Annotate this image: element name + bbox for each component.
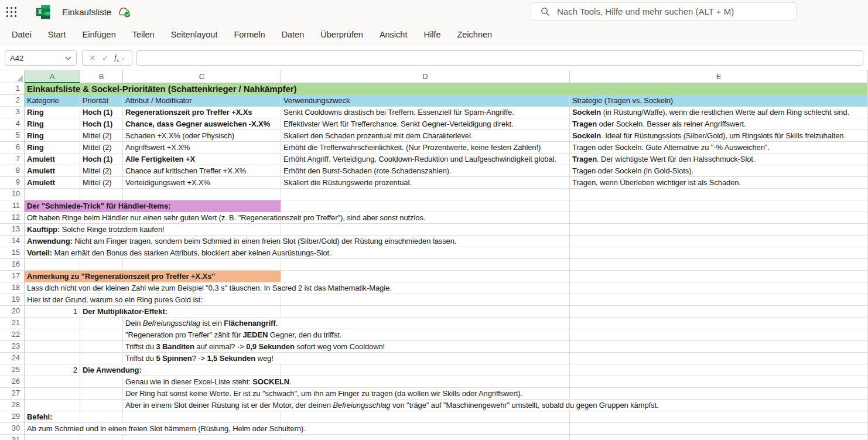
cell-A16[interactable] [25,259,80,271]
app-launcher-icon[interactable] [0,0,22,23]
cell-B7[interactable]: Hoch (1) [80,154,123,165]
cell-C28[interactable]: Aber in einem Slot deiner Rüstung ist er… [123,400,868,411]
cell-A18[interactable]: Lass dich nicht von der kleinen Zahl wie… [25,282,570,294]
row-header-18[interactable]: 18 [0,282,25,294]
row-header-7[interactable]: 7 [0,154,25,165]
cell-E29[interactable] [570,411,868,423]
cell-D16[interactable] [281,259,570,271]
cell-A31[interactable] [25,435,80,440]
row-header-22[interactable]: 22 [0,329,25,341]
row-header-20[interactable]: 20 [0,306,25,318]
cell-D4[interactable]: Effektivster Wert für Trefferchance. Sen… [281,118,570,130]
cell-B25[interactable]: Die Anwendung: [80,364,281,376]
cell-B28[interactable] [80,400,123,411]
cell-D19[interactable] [281,294,570,306]
cell-E13[interactable] [570,224,868,236]
cell-E6[interactable]: Tragen oder Sockeln. Gute Alternative zu… [570,142,868,154]
menu-item-uberprufen[interactable]: Überprüfen [320,30,363,39]
insert-function-button[interactable]: fx⌄ [114,53,125,63]
cell-E19[interactable] [570,294,868,306]
cell-A10[interactable] [25,189,80,200]
excel-logo-icon[interactable]: X [35,4,52,20]
row-header-28[interactable]: 28 [0,400,25,411]
cell-A21[interactable] [25,318,80,329]
search-box[interactable]: Nach Tools, Hilfe und mehr suchen (ALT +… [531,2,797,21]
cell-B22[interactable] [80,329,123,341]
cell-B27[interactable] [80,388,123,400]
column-header-d[interactable]: D [281,70,570,83]
cell-D8[interactable]: Erhöht den Burst-Schaden (rote Schadensz… [281,165,570,177]
cell-D31[interactable] [281,435,570,440]
cell-A2[interactable]: Kategorie [25,95,80,107]
cell-B29[interactable] [80,411,123,423]
menu-item-einfugen[interactable]: Einfügen [82,30,115,39]
cell-E8[interactable]: Tragen oder Sockeln (in Gold-Slots). [570,165,868,177]
cell-A19[interactable]: Hier ist der Grund, warum so ein Ring pu… [25,294,281,306]
cell-D20[interactable] [281,306,570,318]
cloud-saved-icon[interactable] [117,5,131,18]
cell-A20[interactable]: 1 [25,306,80,318]
row-header-3[interactable]: 3 [0,107,25,118]
row-header-25[interactable]: 25 [0,364,25,376]
cell-C22[interactable]: "Regeneration pro Treffer" zählt für JED… [123,329,570,341]
cell-C10[interactable] [123,189,281,200]
cell-C6[interactable]: Angriffswert +X.X% [123,142,281,154]
cell-D11[interactable] [281,200,570,212]
cell-C16[interactable] [123,259,281,271]
cell-A26[interactable] [25,376,80,388]
cell-B21[interactable] [80,318,123,329]
cell-A3[interactable]: Ring [25,107,80,118]
row-header-14[interactable]: 14 [0,236,25,247]
cell-C24[interactable]: Triffst du 5 Spinnen? -> 1,5 Sekunden we… [123,353,570,364]
cell-A6[interactable]: Ring [25,142,80,154]
cell-B5[interactable]: Mittel (2) [80,130,123,142]
cell-A1[interactable]: Einkaufsliste & Sockel-Prioritäten (Scha… [25,83,868,95]
cell-B24[interactable] [80,353,123,364]
cell-D9[interactable]: Skaliert die Rüstungswerte prozentual. [281,177,570,189]
cell-A5[interactable]: Ring [25,130,80,142]
cell-B4[interactable]: Hoch (1) [80,118,123,130]
menu-item-daten[interactable]: Daten [282,30,305,39]
cell-B16[interactable] [80,259,123,271]
row-header-8[interactable]: 8 [0,165,25,177]
row-header-26[interactable]: 26 [0,376,25,388]
cell-C8[interactable]: Chance auf kritischen Treffer +X.X% [123,165,281,177]
cell-D17[interactable] [281,271,570,282]
confirm-entry-button[interactable]: ✓ [102,53,109,63]
cell-E2[interactable]: Strategie (Tragen vs. Sockeln) [570,95,868,107]
cell-E26[interactable] [570,376,868,388]
cell-E21[interactable] [570,318,868,329]
cell-C21[interactable]: Dein Befreiungsschlag ist ein Flächenang… [123,318,570,329]
cell-E9[interactable]: Tragen, wenn Überleben wichtiger ist als… [570,177,868,189]
row-header-13[interactable]: 13 [0,224,25,236]
column-header-e[interactable]: E [570,70,868,83]
cell-E3[interactable]: Sockeln (in Rüstung/Waffe), wenn die res… [570,107,868,118]
cell-C23[interactable]: Triffst du 3 Banditen auf einmal? -> 0,9… [123,341,570,353]
select-all-corner[interactable] [0,70,25,83]
cell-A11[interactable]: Der "Schmiede-Trick" für Händler-Items: [25,200,281,212]
cancel-entry-button[interactable]: ✕ [89,53,96,63]
menu-item-formeln[interactable]: Formeln [234,30,265,39]
cell-E23[interactable] [570,341,868,353]
cell-E31[interactable] [570,435,868,440]
cell-B2[interactable]: Priorität [80,95,123,107]
row-header-6[interactable]: 6 [0,142,25,154]
cell-B10[interactable] [80,189,123,200]
cell-A12[interactable]: Oft haben Ringe beim Händler nur einen s… [25,212,570,224]
cell-B6[interactable]: Mittel (2) [80,142,123,154]
row-header-4[interactable]: 4 [0,118,25,130]
column-header-c[interactable]: C [123,70,281,83]
menu-item-seitenlayout[interactable]: Seitenlayout [171,30,218,39]
row-header-16[interactable]: 16 [0,259,25,271]
row-header-21[interactable]: 21 [0,318,25,329]
cell-E10[interactable] [570,189,868,200]
cell-D13[interactable] [281,224,570,236]
column-header-a[interactable]: A [25,70,80,83]
row-header-5[interactable]: 5 [0,130,25,142]
cell-E16[interactable] [570,259,868,271]
cell-E17[interactable] [570,271,868,282]
menu-item-start[interactable]: Start [48,30,66,39]
cell-E18[interactable] [570,282,868,294]
cell-C3[interactable]: Regenerationszeit pro Treffer +X.Xs [123,107,281,118]
cell-A9[interactable]: Amulett [25,177,80,189]
